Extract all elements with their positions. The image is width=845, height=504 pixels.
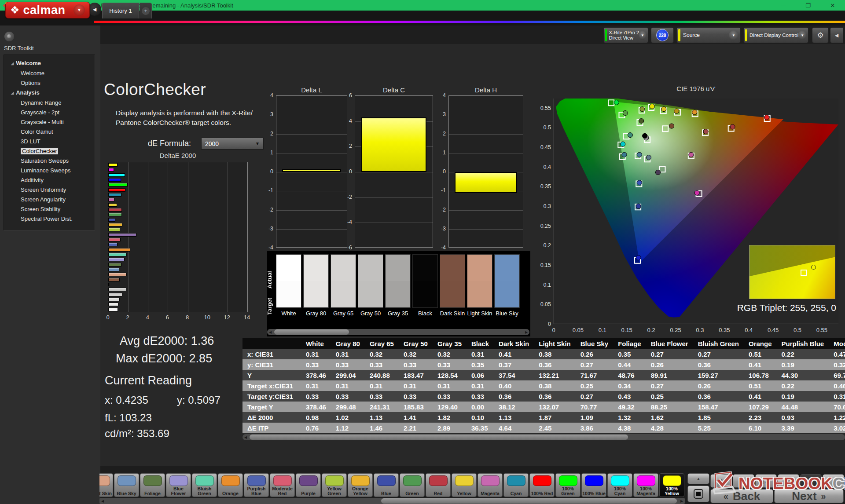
scroll-left-icon[interactable]: ◀ bbox=[267, 329, 273, 335]
deltae-bar-light-skin bbox=[108, 273, 127, 276]
menu-button[interactable]: ≡ bbox=[823, 474, 844, 488]
back-button[interactable]: « Back bbox=[710, 489, 773, 503]
sidebar-item-spectral-power-dist-[interactable]: Spectral Power Dist. bbox=[4, 214, 95, 224]
meter-count-button[interactable]: 228 bbox=[651, 27, 674, 43]
patch-button-purple[interactable]: Purple bbox=[296, 473, 321, 497]
record-button[interactable]: ▮ bbox=[710, 474, 732, 488]
sidebar-item-welcome[interactable]: Welcome bbox=[4, 69, 95, 78]
patch-strip-scrollbar[interactable]: ◀ ▶ bbox=[99, 498, 685, 504]
scrollbar-thumb[interactable] bbox=[381, 498, 677, 504]
patch-button-100-cyan[interactable]: 100% Cyan bbox=[607, 473, 632, 497]
cie-x-tick: 0.15 bbox=[621, 327, 632, 333]
patch-button-orange-yellow[interactable]: Orange Yellow bbox=[348, 473, 373, 497]
stop-measure-button[interactable] bbox=[687, 486, 709, 502]
sidebar-item-saturation-sweeps[interactable]: Saturation Sweeps bbox=[4, 156, 95, 166]
sidebar-item-color-gamut[interactable]: Color Gamut bbox=[4, 127, 95, 137]
sidebar-item-grayscale-2pt[interactable]: Grayscale - 2pt bbox=[4, 108, 95, 117]
meter-dropdown[interactable]: X-Rite i1Pro 2 Direct View ▼ bbox=[603, 27, 648, 43]
back-label: Back bbox=[733, 489, 760, 503]
calman-menu-button[interactable]: ❖ calman ▼ bbox=[5, 2, 90, 18]
patch-button-yellow-green[interactable]: Yellow Green bbox=[322, 473, 347, 497]
patch-button-blue-flower[interactable]: Blue Flower bbox=[166, 473, 191, 497]
pause-button[interactable]: [..] bbox=[755, 474, 777, 488]
swatch-white bbox=[276, 254, 301, 308]
tree-expander-icon[interactable]: ◢ bbox=[11, 62, 14, 66]
y-tick-label: 4 bbox=[339, 118, 352, 124]
color-chip bbox=[507, 475, 525, 486]
patch-button-moderate-red[interactable]: Moderate Red bbox=[270, 473, 295, 497]
patch-button-yellow[interactable]: Yellow bbox=[452, 473, 477, 497]
patch-button-100-red[interactable]: 100% Red bbox=[529, 473, 555, 497]
scroll-right-icon[interactable]: ▶ bbox=[523, 329, 529, 335]
sidebar-item-additivity[interactable]: Additivity bbox=[4, 175, 95, 185]
display-control-dropdown[interactable]: Direct Display Control ▼ bbox=[743, 27, 808, 43]
patch-button-green[interactable]: Green bbox=[400, 473, 425, 497]
scroll-right-icon[interactable]: ▶ bbox=[679, 498, 685, 504]
patch-button-cyan[interactable]: Cyan bbox=[503, 473, 529, 497]
swatch-scrollbar[interactable]: ◀ ▶ bbox=[267, 329, 529, 335]
sidebar-item-screen-angularity[interactable]: Screen Angularity bbox=[4, 195, 95, 205]
refresh-button[interactable]: ⟳ bbox=[800, 474, 822, 488]
scrollbar-thumb[interactable] bbox=[250, 435, 628, 440]
application-window: Calman 2025 Calman Ultimate for Business… bbox=[0, 0, 845, 504]
delta_l-chart bbox=[276, 95, 347, 248]
patch-button-100-blue[interactable]: 100% Blue bbox=[581, 473, 606, 497]
sidebar-item-welcome[interactable]: ◢Welcome bbox=[4, 58, 95, 69]
sidebar-item-options[interactable]: Options bbox=[4, 78, 95, 88]
close-button[interactable]: ✕ bbox=[820, 0, 845, 11]
x-tick-label: 14 bbox=[244, 314, 250, 321]
patch-button-light-skin[interactable]: Light Skin bbox=[99, 473, 113, 497]
patch-button-red[interactable]: Red bbox=[426, 473, 451, 497]
patch-button-100-magenta[interactable]: 100% Magenta bbox=[633, 473, 658, 497]
pause-icon: [..] bbox=[763, 478, 769, 484]
patch-button-bluish-green[interactable]: Bluish Green bbox=[192, 473, 217, 497]
sidebar-item-analysis[interactable]: ◢Analysis bbox=[4, 88, 95, 98]
patch-button-magenta[interactable]: Magenta bbox=[478, 473, 503, 497]
restore-button[interactable]: ❐ bbox=[796, 0, 820, 11]
patch-button-blue[interactable]: Blue bbox=[374, 473, 399, 497]
sidebar-item-screen-stability[interactable]: Screen Stability bbox=[4, 205, 95, 214]
patch-button-100-yellow[interactable]: 100% Yellow bbox=[659, 473, 684, 497]
add-tab-button[interactable]: + bbox=[140, 3, 152, 18]
strip-up-button[interactable]: ▲ bbox=[687, 473, 709, 484]
y-tick-label: -4 bbox=[260, 245, 273, 251]
panel-collapse-button[interactable]: ◀ bbox=[830, 27, 843, 43]
current-reading-heading: Current Reading bbox=[105, 374, 192, 387]
y-tick-label: -4 bbox=[433, 245, 446, 251]
patch-button-100-green[interactable]: 100% Green bbox=[555, 473, 580, 497]
table-header: Black bbox=[467, 338, 494, 349]
sidebar-collapse-button[interactable]: ◀ bbox=[88, 3, 101, 16]
patch-button-foliage[interactable]: Foliage bbox=[140, 473, 165, 497]
play-button[interactable]: ▶ bbox=[733, 474, 754, 488]
y-tick-label: -3 bbox=[433, 226, 446, 232]
color-chip bbox=[377, 475, 396, 486]
table-scrollbar[interactable]: ◀ bbox=[242, 434, 845, 440]
deltae-bar-100-green bbox=[108, 183, 128, 186]
scroll-left-icon[interactable]: ◀ bbox=[99, 498, 106, 504]
sidebar-item-dynamic-range[interactable]: Dynamic Range bbox=[4, 98, 95, 108]
sidebar-item-luminance-sweeps[interactable]: Luminance Sweeps bbox=[4, 166, 95, 175]
tab-history-1[interactable]: History 1 bbox=[102, 3, 139, 18]
delta_l-bar bbox=[282, 169, 341, 172]
sidebar-item-grayscale-multi[interactable]: Grayscale - Multi bbox=[4, 117, 95, 127]
sidebar-item-colorchecker[interactable]: ColorChecker bbox=[4, 146, 95, 156]
patch-button-orange[interactable]: Orange bbox=[218, 473, 243, 497]
swatch-label: Gray 65 bbox=[331, 310, 356, 317]
swatch-dark-skin bbox=[440, 254, 465, 308]
minimize-button[interactable]: — bbox=[771, 0, 796, 11]
tree-expander-icon[interactable]: ◢ bbox=[11, 91, 14, 95]
settings-button[interactable]: ⚙ bbox=[812, 27, 829, 43]
next-button[interactable]: Next » bbox=[774, 489, 844, 503]
de-formula-select[interactable]: 2000 ▼ bbox=[201, 138, 264, 150]
loop-button[interactable]: ∞ bbox=[778, 474, 799, 488]
sidebar-item-3d-lut[interactable]: 3D LUT bbox=[4, 137, 95, 146]
patch-button-blue-sky[interactable]: Blue Sky bbox=[114, 473, 139, 497]
sidebar-item-screen-uniformity[interactable]: Screen Uniformity bbox=[4, 185, 95, 195]
x-tick-label: 2 bbox=[126, 314, 129, 321]
source-dropdown[interactable]: Source ▼ bbox=[676, 27, 741, 43]
sidebar-led-button[interactable] bbox=[4, 32, 14, 41]
scrollbar-thumb[interactable] bbox=[274, 329, 349, 335]
scroll-left-icon[interactable]: ◀ bbox=[242, 434, 249, 440]
color-chip bbox=[559, 475, 577, 486]
patch-button-purplish-blue[interactable]: Purplish Blue bbox=[244, 473, 269, 497]
